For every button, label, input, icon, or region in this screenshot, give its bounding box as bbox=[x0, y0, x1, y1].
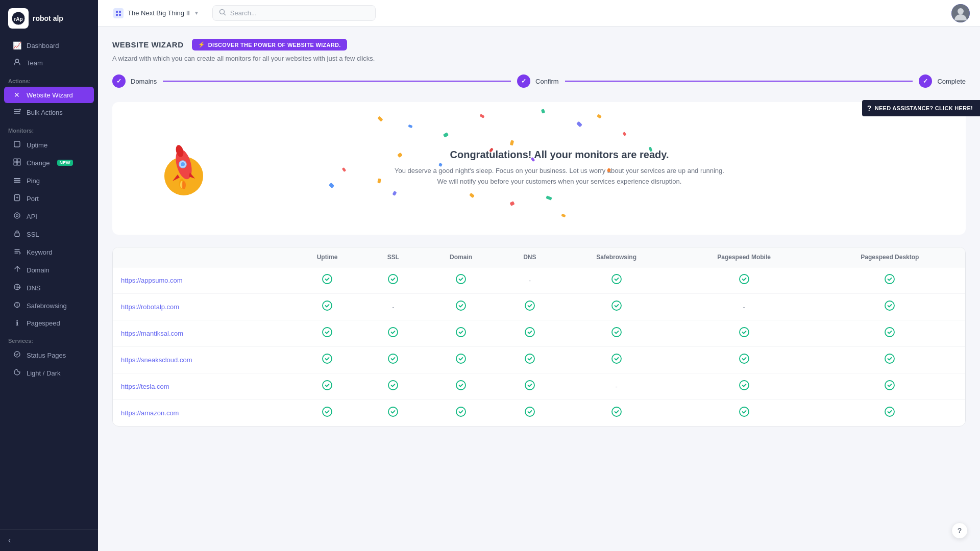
svg-point-72 bbox=[456, 407, 465, 416]
cell-uptime bbox=[290, 267, 365, 294]
check-icon bbox=[524, 383, 535, 393]
congrats-content: Congratulations! All your monitors are r… bbox=[395, 149, 724, 188]
svg-point-65 bbox=[388, 381, 398, 390]
svg-rect-8 bbox=[14, 178, 20, 179]
assistance-button[interactable]: ? NEED ASSISTANCE? CLICK HERE! bbox=[862, 100, 980, 116]
svg-point-51 bbox=[388, 328, 398, 337]
svg-rect-4 bbox=[14, 159, 17, 162]
cell-url: https://appsumo.com bbox=[113, 267, 290, 294]
svg-point-25 bbox=[958, 8, 964, 14]
sidebar-item-label: Light / Dark bbox=[27, 369, 60, 377]
safebrowsing-icon bbox=[12, 301, 21, 310]
sidebar-item-ping[interactable]: Ping bbox=[4, 172, 94, 189]
svg-point-50 bbox=[323, 328, 332, 337]
question-icon: ? bbox=[867, 104, 872, 112]
check-icon bbox=[884, 409, 895, 419]
sidebar-item-pagespeed[interactable]: ℹ Pagespeed bbox=[4, 315, 94, 331]
check-icon bbox=[322, 303, 333, 313]
svg-point-47 bbox=[525, 301, 534, 310]
sidebar-item-website-wizard[interactable]: ✕ Website Wizard bbox=[4, 87, 94, 103]
sidebar-collapse-button[interactable]: ‹ bbox=[8, 536, 11, 545]
col-safebrowsing: Safebrowsing bbox=[559, 247, 674, 267]
sidebar-item-dashboard[interactable]: 📈 Dashboard bbox=[4, 37, 94, 54]
cell-pagespeed_desktop bbox=[815, 347, 965, 373]
cell-safebrowsing bbox=[559, 267, 674, 294]
avatar[interactable] bbox=[951, 4, 970, 22]
cell-url: https://amazon.com bbox=[113, 400, 290, 427]
svg-point-54 bbox=[612, 328, 621, 337]
check-icon bbox=[524, 330, 535, 340]
sidebar-item-change[interactable]: Change NEW bbox=[4, 154, 94, 171]
cell-ssl bbox=[364, 347, 422, 373]
confetti-piece bbox=[377, 116, 383, 121]
search-bar[interactable] bbox=[212, 5, 376, 21]
confetti-piece bbox=[510, 140, 514, 145]
congrats-title: Congratulations! All your monitors are r… bbox=[395, 149, 724, 161]
sidebar-item-status-pages[interactable]: Status Pages bbox=[4, 346, 94, 364]
svg-point-73 bbox=[525, 407, 534, 416]
wizard-header: WEBSITE WIZARD ⚡ DISCOVER THE POWER OF W… bbox=[112, 39, 966, 51]
bulk-actions-icon bbox=[12, 108, 21, 117]
table-row: https://mantiksal.com bbox=[113, 320, 965, 347]
sidebar-item-bulk-actions[interactable]: Bulk Actions bbox=[4, 104, 94, 121]
help-button[interactable]: ? bbox=[951, 522, 968, 539]
svg-point-48 bbox=[612, 301, 621, 310]
cell-pagespeed_mobile bbox=[673, 400, 814, 427]
sidebar-item-api[interactable]: API bbox=[4, 208, 94, 225]
col-pagespeed-desktop: Pagespeed Desktop bbox=[815, 247, 965, 267]
cell-safebrowsing bbox=[559, 400, 674, 427]
sidebar-item-dns[interactable]: DNS bbox=[4, 279, 94, 296]
check-icon bbox=[322, 409, 333, 419]
discover-button[interactable]: ⚡ DISCOVER THE POWER OF WEBSITE WIZARD. bbox=[192, 39, 347, 51]
svg-point-60 bbox=[525, 354, 534, 363]
sidebar-item-light-dark[interactable]: Light / Dark bbox=[4, 364, 94, 382]
check-icon bbox=[884, 356, 895, 366]
celebration-card: Congratulations! All your monitors are r… bbox=[112, 102, 966, 235]
cell-dns bbox=[500, 373, 559, 400]
svg-point-53 bbox=[525, 328, 534, 337]
svg-point-76 bbox=[885, 407, 894, 416]
svg-rect-3 bbox=[14, 141, 20, 147]
dash-value: - bbox=[743, 303, 745, 311]
sidebar-item-uptime[interactable]: Uptime bbox=[4, 136, 94, 154]
cell-pagespeed_desktop bbox=[815, 294, 965, 320]
svg-rect-21 bbox=[116, 14, 118, 16]
sidebar-item-keyword[interactable]: Keyword bbox=[4, 243, 94, 261]
project-selector[interactable]: The Next Big Thing II ▼ bbox=[108, 5, 204, 21]
cell-url: https://tesla.com bbox=[113, 373, 290, 400]
svg-point-69 bbox=[885, 381, 894, 390]
sidebar-item-ssl[interactable]: SSL bbox=[4, 226, 94, 243]
actions-section-label: Actions: bbox=[0, 72, 98, 86]
cell-pagespeed_mobile: - bbox=[673, 294, 814, 320]
col-domain: Domain bbox=[422, 247, 500, 267]
confetti-piece bbox=[479, 114, 484, 118]
light-dark-icon bbox=[12, 368, 21, 378]
project-icon bbox=[113, 8, 124, 18]
logo[interactable]: rAp robot alp bbox=[0, 0, 98, 35]
sidebar-item-safebrowsing[interactable]: Safebrowsing bbox=[4, 297, 94, 314]
sidebar-item-domain[interactable]: Domain bbox=[4, 261, 94, 279]
confetti-piece bbox=[546, 195, 552, 200]
svg-point-41 bbox=[456, 274, 465, 284]
sidebar-item-team[interactable]: Team bbox=[4, 54, 94, 71]
cell-pagespeed_desktop bbox=[815, 320, 965, 347]
check-icon bbox=[322, 383, 333, 393]
check-icon bbox=[455, 277, 467, 287]
svg-point-30 bbox=[209, 163, 210, 164]
cell-uptime bbox=[290, 294, 365, 320]
domains-label: Domains bbox=[131, 78, 157, 85]
cell-url: https://robotalp.com bbox=[113, 294, 290, 320]
wizard-subtitle: A wizard with which you can create all m… bbox=[112, 55, 966, 62]
cell-uptime bbox=[290, 320, 365, 347]
check-icon bbox=[884, 277, 895, 287]
search-input[interactable] bbox=[230, 9, 369, 17]
sidebar-item-port[interactable]: Port bbox=[4, 190, 94, 207]
confetti-piece bbox=[541, 109, 545, 114]
cell-dns bbox=[500, 400, 559, 427]
svg-point-43 bbox=[740, 274, 749, 284]
check-icon bbox=[611, 356, 622, 366]
congrats-line1: You deserve a good night's sleep. Focus … bbox=[395, 167, 724, 174]
complete-circle: ✓ bbox=[919, 74, 932, 88]
monitor-table: Uptime SSL Domain DNS Safebrowsing Pages… bbox=[112, 247, 966, 427]
wizard-title: WEBSITE WIZARD bbox=[112, 40, 184, 49]
